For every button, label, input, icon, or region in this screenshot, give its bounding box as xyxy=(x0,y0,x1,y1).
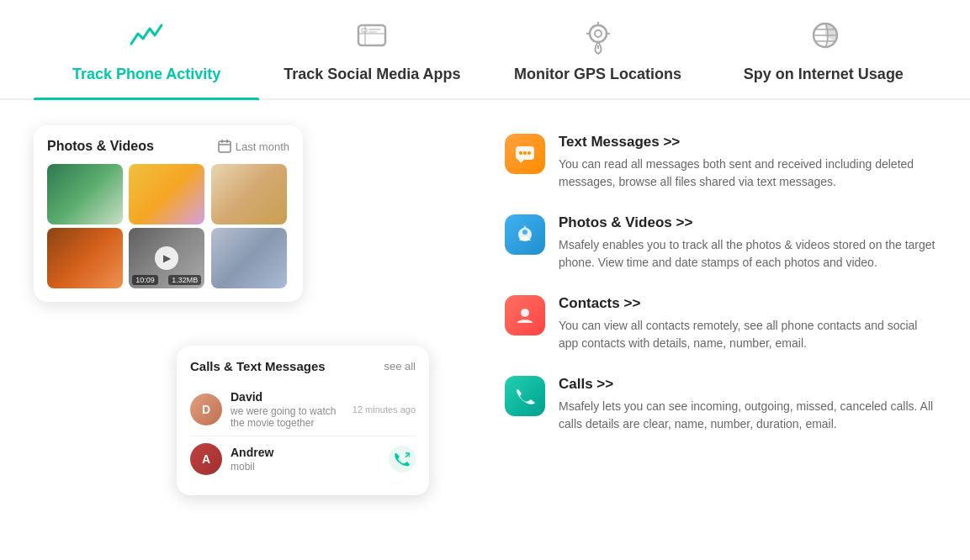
tab-monitor-gps[interactable]: Monitor GPS Locations xyxy=(485,17,711,98)
photos-card-title: Photos & Videos xyxy=(47,139,154,154)
message-preview-david: we were going to watch the movie togethe… xyxy=(231,405,344,429)
photos-videos-icon xyxy=(505,214,545,255)
svg-rect-5 xyxy=(368,31,377,33)
main-content: Photos & Videos Last month ▶ xyxy=(0,100,970,520)
photo-thumb-3 xyxy=(211,164,287,225)
svg-rect-16 xyxy=(219,141,231,152)
calls-title[interactable]: Calls >> xyxy=(559,376,936,393)
photo-thumb-1 xyxy=(47,164,123,225)
see-all-link[interactable]: see all xyxy=(384,360,416,372)
photo-thumb-2 xyxy=(129,164,204,225)
tab-spy-internet[interactable]: Spy on Internet Usage xyxy=(711,17,936,98)
photos-card: Photos & Videos Last month ▶ xyxy=(34,125,303,302)
tab-track-phone[interactable]: Track Phone Activity xyxy=(34,17,259,98)
message-name-andrew: Andrew xyxy=(231,446,380,459)
calls-desc: Msafely lets you can see incoming, outgo… xyxy=(559,398,936,433)
photos-videos-desc: Msafely enables you to track all the pho… xyxy=(559,236,936,272)
svg-point-26 xyxy=(522,230,527,235)
size-badge: 1.32MB xyxy=(168,275,201,285)
message-body-andrew: Andrew mobil xyxy=(231,446,380,473)
tab-track-social[interactable]: Track Social Media Apps xyxy=(259,17,485,98)
photos-videos-text: Photos & Videos >> Msafely enables you t… xyxy=(559,214,936,272)
svg-rect-4 xyxy=(368,29,380,30)
svg-point-27 xyxy=(521,309,529,317)
message-item-andrew: A Andrew mobil xyxy=(190,436,416,482)
photo-grid: ▶ 10:09 1.32MB xyxy=(47,164,289,288)
spy-internet-icon xyxy=(803,17,844,57)
svg-point-6 xyxy=(590,25,607,42)
tab-track-phone-label: Track Phone Activity xyxy=(72,66,220,83)
message-name-david: David xyxy=(231,390,344,404)
feature-calls: Calls >> Msafely lets you can see incomi… xyxy=(505,376,936,433)
feature-contacts: Contacts >> You can view all contacts re… xyxy=(505,295,936,352)
duration-badge: 10:09 xyxy=(132,275,158,285)
avatar-david: D xyxy=(190,394,222,425)
text-messages-desc: You can read all messages both sent and … xyxy=(559,156,936,191)
last-month-filter[interactable]: Last month xyxy=(218,140,289,153)
monitor-gps-icon xyxy=(578,17,618,57)
calls-card: Calls & Text Messages see all D David we… xyxy=(177,346,429,495)
svg-point-24 xyxy=(527,151,531,155)
avatar-andrew: A xyxy=(190,443,222,475)
photo-thumb-4 xyxy=(47,228,123,288)
track-phone-icon xyxy=(126,17,167,57)
track-social-icon xyxy=(352,17,392,57)
incoming-call-icon xyxy=(389,446,416,473)
tab-track-social-label: Track Social Media Apps xyxy=(284,66,460,83)
play-button[interactable]: ▶ xyxy=(155,246,178,270)
tab-spy-internet-label: Spy on Internet Usage xyxy=(744,66,904,83)
svg-point-7 xyxy=(595,30,602,37)
calls-card-title: Calls & Text Messages xyxy=(190,359,326,373)
left-panel: Photos & Videos Last month ▶ xyxy=(34,125,471,495)
svg-point-22 xyxy=(519,151,522,155)
feature-photos-videos: Photos & Videos >> Msafely enables you t… xyxy=(505,214,936,272)
message-item-david: D David we were going to watch the movie… xyxy=(190,383,416,436)
text-messages-icon xyxy=(505,134,545,174)
photo-thumb-5: ▶ 10:09 1.32MB xyxy=(129,228,204,288)
right-panel: Text Messages >> You can read all messag… xyxy=(505,125,936,433)
tab-monitor-gps-label: Monitor GPS Locations xyxy=(514,66,681,83)
calls-icon xyxy=(505,376,545,416)
contacts-desc: You can view all contacts remotely, see … xyxy=(559,317,936,352)
calls-text: Calls >> Msafely lets you can see incomi… xyxy=(559,376,936,433)
photo-thumb-6 xyxy=(211,228,287,288)
message-preview-andrew: mobil xyxy=(231,461,380,473)
last-month-label: Last month xyxy=(236,140,289,153)
svg-point-23 xyxy=(523,151,527,155)
text-messages-title[interactable]: Text Messages >> xyxy=(559,134,936,151)
calendar-icon xyxy=(218,140,231,153)
contacts-title[interactable]: Contacts >> xyxy=(559,295,936,312)
message-time-david: 12 minutes ago xyxy=(352,404,416,415)
contacts-icon xyxy=(505,295,545,335)
nav-tabs: Track Phone Activity Track Social Media … xyxy=(0,0,970,100)
photos-videos-title[interactable]: Photos & Videos >> xyxy=(559,214,936,231)
text-messages-text: Text Messages >> You can read all messag… xyxy=(559,134,936,191)
message-body-david: David we were going to watch the movie t… xyxy=(231,390,344,429)
feature-text-messages: Text Messages >> You can read all messag… xyxy=(505,134,936,191)
contacts-text: Contacts >> You can view all contacts re… xyxy=(559,295,936,352)
